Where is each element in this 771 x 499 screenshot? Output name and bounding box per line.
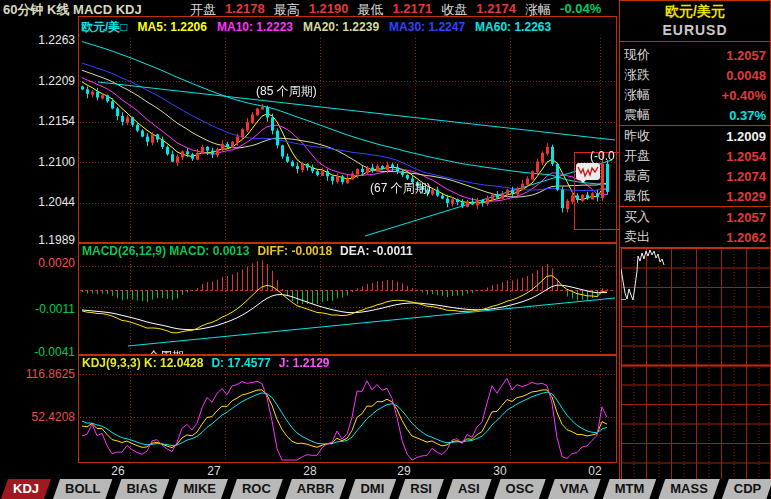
quote-row-value: 1.2029 bbox=[726, 189, 766, 204]
tab-mike[interactable]: MIKE bbox=[171, 479, 228, 499]
y-axis-label: -0.0011 bbox=[0, 302, 75, 316]
quote-row-value: +0.40% bbox=[722, 88, 766, 103]
tab-osc[interactable]: OSC bbox=[494, 479, 546, 499]
pane-header-text: DEA: -0.0011 bbox=[340, 244, 413, 258]
ma-legend-item: MA30: 1.2247 bbox=[389, 20, 465, 34]
top-quote-bar: 60分钟 K线 MACD KDJ 开盘1.2178最高1.2190最低1.217… bbox=[0, 0, 617, 16]
quote-row-value: 1.2009 bbox=[726, 129, 766, 144]
quote-row-value: 1.2057 bbox=[726, 48, 766, 63]
tab-roc[interactable]: ROC bbox=[230, 479, 283, 499]
x-axis-day-label: 27 bbox=[207, 464, 220, 478]
quote-row-label: 现价 bbox=[624, 46, 650, 64]
quote-row-label: 涨跌 bbox=[624, 66, 650, 84]
ma-legend: 欧元/美□MA5: 1.2206MA10: 1.2223MA20: 1.2239… bbox=[81, 19, 561, 37]
quote-row-label: 买入 bbox=[624, 208, 650, 226]
tab-asi[interactable]: ASI bbox=[446, 479, 492, 499]
y-axis-label: 1.2263 bbox=[0, 33, 75, 47]
tab-mtm[interactable]: MTM bbox=[603, 479, 657, 499]
macd-chart-canvas[interactable] bbox=[79, 257, 616, 354]
x-axis-day-label: 26 bbox=[111, 464, 124, 478]
symbol-legend-item: 欧元/美□ bbox=[81, 20, 128, 34]
x-axis-day-label: 02 bbox=[588, 464, 601, 478]
quote-row-label: 昨收 bbox=[624, 127, 650, 145]
callout-flag-icon bbox=[576, 163, 600, 180]
chart-annotation: (85 个周期) bbox=[256, 83, 317, 100]
quote-row: 涨跌0.0048 bbox=[620, 65, 770, 85]
quote-row: 昨收1.2009 bbox=[620, 126, 770, 146]
quote-row-value: 1.2074 bbox=[726, 169, 766, 184]
y-axis-label: 1.2044 bbox=[0, 195, 75, 209]
kdj-header: KDJ(9,3,3) K: 12.0428D: 17.4577J: 1.2129 bbox=[82, 356, 338, 370]
ma-legend-item: MA20: 1.2239 bbox=[303, 20, 379, 34]
tab-cdp[interactable]: CDP bbox=[722, 479, 771, 499]
instrument-name: 欧元/美元 bbox=[620, 3, 770, 21]
quote-row-label: 涨幅 bbox=[624, 86, 650, 104]
y-axis-label: 1.2154 bbox=[0, 114, 75, 128]
y-axis-label: 116.8625 bbox=[0, 367, 75, 381]
pane-header-text: J: 1.2129 bbox=[279, 356, 330, 370]
macd-header: MACD(26,12,9) MACD: 0.0013DIFF: -0.0018D… bbox=[82, 244, 421, 258]
quote-row-label: 最高 bbox=[624, 167, 650, 185]
pane-header-text: DIFF: -0.0018 bbox=[257, 244, 332, 258]
instrument-symbol: EURUSD bbox=[620, 22, 770, 38]
quote-row: 最低1.2029 bbox=[620, 186, 770, 206]
quote-row: 买入1.2057 bbox=[620, 207, 770, 227]
quote-row: 最高1.2074 bbox=[620, 166, 770, 186]
indicator-tab-bar: KDJBOLLBIASMIKEROCARBRDMIRSIASIOSCVMAMTM… bbox=[0, 479, 771, 499]
tab-boll[interactable]: BOLL bbox=[53, 479, 112, 499]
chart-annotation: 个周期 bbox=[148, 349, 184, 354]
quote-row-label: 震幅 bbox=[624, 106, 650, 124]
ma-legend-item: MA5: 1.2206 bbox=[138, 20, 207, 34]
kdj-chart-canvas[interactable] bbox=[79, 367, 616, 462]
quote-row-label: 卖出 bbox=[624, 228, 650, 246]
x-axis-day-label: 30 bbox=[493, 464, 506, 478]
x-axis-day-label: 29 bbox=[397, 464, 410, 478]
quote-row-value: 0.37% bbox=[729, 108, 766, 123]
quote-row-label: 最低 bbox=[624, 187, 650, 205]
quote-row-value: 1.2054 bbox=[726, 149, 766, 164]
y-axis-label: 1.2100 bbox=[0, 155, 75, 169]
pane-header-text: KDJ(9,3,3) K: 12.0428 bbox=[82, 356, 203, 370]
quote-row: 卖出1.2062 bbox=[620, 227, 770, 247]
tab-mass[interactable]: MASS bbox=[658, 479, 720, 499]
y-axis-label: 1.2209 bbox=[0, 74, 75, 88]
x-axis-day-label: 28 bbox=[303, 464, 316, 478]
ma-legend-item: MA60: 1.2263 bbox=[475, 20, 551, 34]
tab-kdj[interactable]: KDJ bbox=[1, 479, 51, 499]
quote-rows: 现价1.2057涨跌0.0048涨幅+0.40%震幅0.37%昨收1.2009开… bbox=[620, 45, 770, 248]
minute-chart-canvas[interactable] bbox=[621, 248, 771, 482]
main-chart-canvas[interactable] bbox=[79, 37, 616, 242]
ma-legend-item: MA10: 1.2223 bbox=[217, 20, 293, 34]
y-axis-label: -0.0041 bbox=[0, 345, 75, 359]
quote-row: 震幅0.37% bbox=[620, 105, 770, 125]
pane-header-text: D: 17.4577 bbox=[211, 356, 270, 370]
quote-row-label: 开盘 bbox=[624, 147, 650, 165]
trading-app-window: 60分钟 K线 MACD KDJ 开盘1.2178最高1.2190最低1.217… bbox=[0, 0, 771, 499]
tab-arbr[interactable]: ARBR bbox=[285, 479, 347, 499]
tab-rsi[interactable]: RSI bbox=[398, 479, 444, 499]
pane-header-text: MACD(26,12,9) MACD: 0.0013 bbox=[82, 244, 249, 258]
quote-row-value: 0.0048 bbox=[726, 68, 766, 83]
quote-row: 现价1.2057 bbox=[620, 45, 770, 65]
quote-row-value: 1.2062 bbox=[726, 230, 766, 245]
quote-row-value: 1.2057 bbox=[726, 210, 766, 225]
chart-annotation: (-0.0 bbox=[590, 149, 615, 163]
tab-dmi[interactable]: DMI bbox=[348, 479, 396, 499]
chart-annotation: (67 个周期) bbox=[370, 180, 431, 197]
quote-detail-panel: 欧元/美元 EURUSD 现价1.2057涨跌0.0048涨幅+0.40%震幅0… bbox=[619, 0, 771, 499]
quote-row: 涨幅+0.40% bbox=[620, 85, 770, 105]
tab-vma[interactable]: VMA bbox=[548, 479, 601, 499]
quote-row: 开盘1.2054 bbox=[620, 146, 770, 166]
panel-title-block: 欧元/美元 EURUSD bbox=[620, 1, 770, 42]
chart-annotation-clipped: 个周期 bbox=[148, 346, 218, 354]
tab-bias[interactable]: BIAS bbox=[114, 479, 169, 499]
y-axis-label: 52.4208 bbox=[0, 410, 75, 424]
y-axis-label: 1.1989 bbox=[0, 233, 75, 247]
y-axis-label: 0.0020 bbox=[0, 256, 75, 270]
